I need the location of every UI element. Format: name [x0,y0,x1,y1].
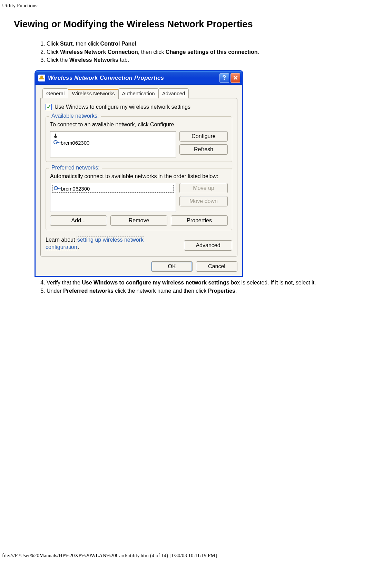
configure-button[interactable]: Configure [179,131,228,142]
step-2: Click Wireless Network Connection, then … [47,48,392,56]
tab-panel: ✓ Use Windows to configure my wireless n… [40,98,237,257]
preferred-networks-list[interactable]: brcm062300 [50,183,176,212]
step-1: Click Start, then click Control Panel. [47,40,392,48]
use-windows-checkbox-row[interactable]: ✓ Use Windows to configure my wireless n… [46,104,232,110]
available-networks-desc: To connect to an available network, clic… [50,122,228,128]
list-item[interactable] [52,133,174,139]
learn-pre: Learn about [46,237,77,243]
add-button[interactable]: Add... [50,215,107,226]
help-button[interactable]: ? [219,73,229,83]
list-item[interactable]: brcm062300 [52,139,174,146]
titlebar[interactable]: Wireless Network Connection Properties ?… [36,71,242,85]
learn-post: . [78,244,79,250]
move-down-button: Move down [179,196,228,206]
tab-general[interactable]: General [42,88,68,98]
remove-button[interactable]: Remove [110,215,167,226]
checkbox-icon[interactable]: ✓ [46,104,52,110]
properties-button[interactable]: Properties [171,215,228,226]
ok-button[interactable]: OK [151,261,193,272]
step-list-continued: Verify that the Use Windows to configure… [14,279,392,294]
available-networks-title: Available networks: [49,113,101,119]
properties-dialog: Wireless Network Connection Properties ?… [35,70,243,277]
tab-advanced[interactable]: Advanced [158,88,189,98]
tab-authentication[interactable]: Authentication [118,88,159,98]
step-4: Verify that the Use Windows to configure… [47,279,392,287]
available-networks-list[interactable]: brcm062300 [50,131,176,157]
preferred-networks-group: Preferred networks: Automatically connec… [46,168,232,230]
preferred-networks-desc: Automatically connect to available netwo… [50,173,228,180]
document-content: Viewing or Modifying the Wireless Networ… [0,9,392,295]
step-list: Click Start, then click Control Panel. C… [14,40,392,64]
network-name: brcm062300 [61,186,90,192]
window-title: Wireless Network Connection Properties [48,75,218,81]
dialog-footer: OK Cancel [40,256,237,272]
available-networks-group: Available networks: To connect to an ava… [46,116,232,162]
learn-row: Learn about setting up wireless network … [46,236,232,251]
checkbox-label: Use Windows to configure my wireless net… [55,104,190,110]
page-footer: file:///P|/User%20Manuals/HP%20XP%20WLAN… [2,553,217,559]
app-icon [38,75,45,81]
advanced-button[interactable]: Advanced [184,240,232,251]
cancel-button[interactable]: Cancel [196,261,237,272]
close-icon: ✕ [233,74,238,82]
list-item[interactable]: brcm062300 [52,185,174,193]
dialog-body: General Wireless Networks Authentication… [36,85,242,276]
page-title: Viewing or Modifying the Wireless Networ… [14,19,392,30]
page-header: Utility Functions: [0,0,392,9]
network-key-icon [53,140,59,145]
network-key-icon [53,186,59,191]
refresh-button[interactable]: Refresh [179,144,228,155]
step-5: Under Preferred networks click the netwo… [47,287,392,295]
tab-wireless-networks[interactable]: Wireless Networks [68,89,118,99]
step-3: Click the Wireless Networks tab. [47,56,392,64]
preferred-networks-title: Preferred networks: [49,165,102,171]
close-button[interactable]: ✕ [231,73,240,83]
network-name: brcm062300 [61,140,89,146]
antenna-icon [53,134,58,138]
move-up-button: Move up [179,183,228,193]
tab-strip: General Wireless Networks Authentication… [40,88,237,98]
